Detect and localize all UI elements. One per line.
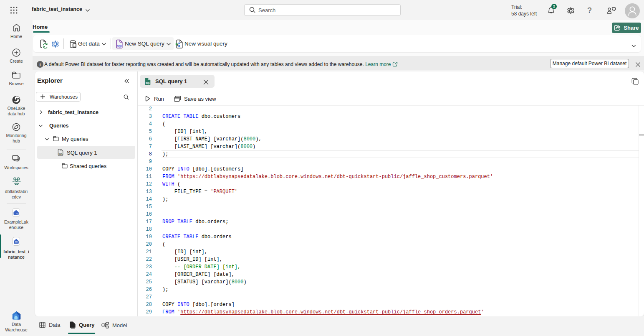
svg-text:SQL: SQL xyxy=(146,81,151,84)
svg-text:SQL: SQL xyxy=(58,153,63,155)
svg-text:SQL: SQL xyxy=(117,45,123,48)
